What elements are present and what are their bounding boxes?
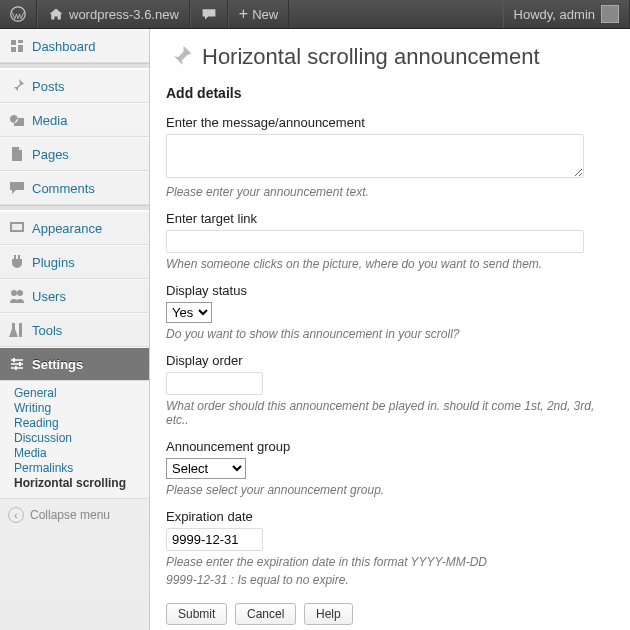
comments-icon xyxy=(8,179,26,197)
group-label: Announcement group xyxy=(166,439,614,454)
dashboard-icon xyxy=(8,37,26,55)
pushpin-icon xyxy=(166,43,194,71)
svg-rect-5 xyxy=(19,323,22,337)
expire-input[interactable] xyxy=(166,528,263,551)
appearance-icon xyxy=(8,219,26,237)
message-hint: Please enter your announcement text. xyxy=(166,185,614,199)
howdy-text: Howdy, admin xyxy=(514,7,595,22)
my-account-link[interactable]: Howdy, admin xyxy=(503,0,630,28)
media-icon xyxy=(8,111,26,129)
page-icon xyxy=(8,145,26,163)
tools-icon xyxy=(8,321,26,339)
svg-rect-11 xyxy=(15,366,17,370)
status-select[interactable]: Yes xyxy=(166,302,212,323)
sidebar-item-settings[interactable]: Settings xyxy=(0,348,149,380)
order-input[interactable] xyxy=(166,372,263,395)
settings-icon xyxy=(8,355,26,373)
submit-button[interactable]: Submit xyxy=(166,603,227,625)
settings-submenu: General Writing Reading Discussion Media… xyxy=(0,381,149,498)
order-label: Display order xyxy=(166,353,614,368)
plugin-icon xyxy=(8,253,26,271)
message-label: Enter the message/announcement xyxy=(166,115,614,130)
plus-icon: + xyxy=(239,6,248,22)
wordpress-icon xyxy=(10,6,26,22)
avatar xyxy=(601,5,619,23)
link-hint: When someone clicks on the picture, wher… xyxy=(166,257,614,271)
status-hint: Do you want to show this announcement in… xyxy=(166,327,614,341)
comments-link[interactable] xyxy=(190,0,228,28)
site-name-link[interactable]: wordpress-3.6.new xyxy=(37,0,190,28)
cancel-button[interactable]: Cancel xyxy=(235,603,296,625)
svg-rect-7 xyxy=(11,363,23,365)
admin-bar: wordpress-3.6.new + New Howdy, admin xyxy=(0,0,630,29)
svg-rect-10 xyxy=(19,362,21,366)
link-label: Enter target link xyxy=(166,211,614,226)
collapse-icon: ‹ xyxy=(8,507,24,523)
site-name: wordpress-3.6.new xyxy=(69,7,179,22)
comment-icon xyxy=(201,6,217,22)
expire-label: Expiration date xyxy=(166,509,614,524)
expire-hint1: Please enter the expiration date in this… xyxy=(166,555,614,569)
help-button[interactable]: Help xyxy=(304,603,353,625)
status-label: Display status xyxy=(166,283,614,298)
users-icon xyxy=(8,287,26,305)
message-textarea[interactable] xyxy=(166,134,584,178)
expire-hint2: 9999-12-31 : Is equal to no expire. xyxy=(166,573,614,587)
sidebar-item-plugins[interactable]: Plugins xyxy=(0,246,149,278)
sidebar-item-dashboard[interactable]: Dashboard xyxy=(0,30,149,62)
sidebar-item-posts[interactable]: Posts xyxy=(0,70,149,102)
main-content: Horizontal scrolling announcement Add de… xyxy=(150,29,630,630)
home-icon xyxy=(48,6,64,22)
sidebar-item-pages[interactable]: Pages xyxy=(0,138,149,170)
group-select[interactable]: Select xyxy=(166,458,246,479)
svg-rect-2 xyxy=(12,224,22,230)
page-title: Horizontal scrolling announcement xyxy=(166,43,614,71)
svg-point-4 xyxy=(17,290,23,296)
sidebar-item-media[interactable]: Media xyxy=(0,104,149,136)
wp-logo[interactable] xyxy=(0,0,37,28)
submenu-horizontal-scrolling[interactable]: Horizontal scrolling xyxy=(0,472,134,494)
svg-rect-9 xyxy=(13,358,15,362)
admin-sidebar: Dashboard Posts Media Pages Comments App… xyxy=(0,29,150,630)
svg-point-3 xyxy=(11,290,17,296)
group-hint: Please select your announcement group. xyxy=(166,483,614,497)
pin-icon xyxy=(8,77,26,95)
link-input[interactable] xyxy=(166,230,584,253)
order-hint: What order should this announcement be p… xyxy=(166,399,614,427)
sidebar-item-users[interactable]: Users xyxy=(0,280,149,312)
sidebar-item-appearance[interactable]: Appearance xyxy=(0,212,149,244)
new-label: New xyxy=(252,7,278,22)
sidebar-item-tools[interactable]: Tools xyxy=(0,314,149,346)
sidebar-item-comments[interactable]: Comments xyxy=(0,172,149,204)
section-heading: Add details xyxy=(166,85,614,101)
collapse-menu[interactable]: ‹ Collapse menu xyxy=(0,498,149,531)
svg-rect-6 xyxy=(11,359,23,361)
new-content-link[interactable]: + New xyxy=(228,0,289,28)
